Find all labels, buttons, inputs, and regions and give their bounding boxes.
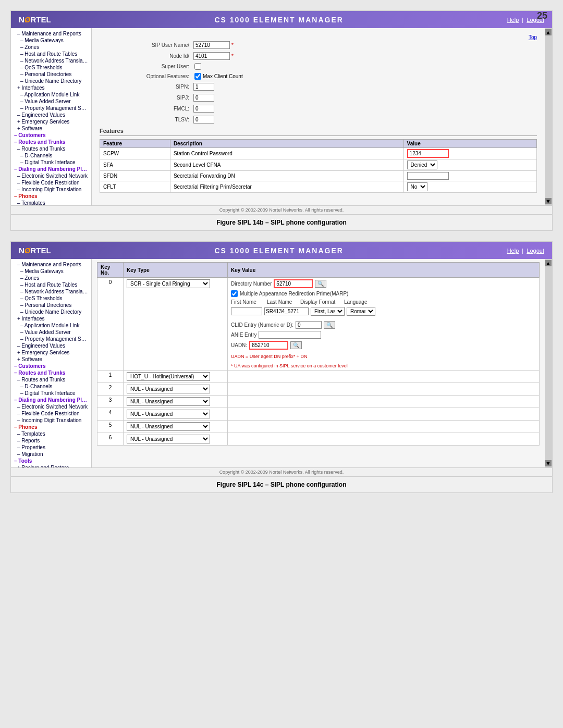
key-type-4: NUL - Unassigned [124,408,228,421]
sidebar-item[interactable]: – Media Gateways [11,37,91,44]
sidebar-item[interactable]: – Flexible Code Restriction [11,410,91,417]
sidebar-item[interactable]: – Maintenance and Reports [11,30,91,37]
cflt-value-select[interactable]: No [407,182,427,191]
sidebar-item[interactable]: – QoS Thresholds [11,295,91,302]
display-format-select[interactable]: First, Last [311,307,345,316]
dir-number-search-btn[interactable]: 🔍 [315,280,326,288]
sidebar-item[interactable]: – Property Management System [11,336,91,342]
sidebar-item[interactable]: – Unicode Name Directory [11,78,91,84]
language-select[interactable]: Roman [347,307,375,316]
tlsv-label: TLSV: [100,117,193,122]
sidebar-item-tools2[interactable]: – Tools [11,458,91,464]
uadn-input[interactable] [249,341,288,350]
sidebar-item[interactable]: – Incoming Digit Translation [11,186,91,193]
sidebar-item[interactable]: – D-Channels [11,152,91,159]
sidebar-item[interactable]: – Flexible Code Restriction [11,179,91,186]
fmcl-input[interactable] [193,105,214,113]
anie-input[interactable] [259,331,321,339]
figure1-help-link[interactable]: Help [507,17,519,23]
sidebar-item[interactable]: + Software [11,125,91,132]
figure2-scrollbar[interactable]: ▲ ▼ [545,259,552,467]
sidebar-item[interactable]: + Interfaces [11,315,91,322]
sidebar-item[interactable]: – Maintenance and Reports [11,261,91,268]
first-name-input[interactable] [231,307,262,315]
sipj-input[interactable] [193,94,214,102]
sidebar-item-dialing[interactable]: – Dialing and Numbering Plans [11,166,91,172]
clid-search-btn[interactable]: 🔍 [324,321,335,329]
sidebar-item[interactable]: – Templates [11,200,91,205]
sfdn-value-input[interactable] [407,172,449,180]
sidebar-item[interactable]: – Migration [11,451,91,458]
tlsv-input[interactable] [193,116,214,124]
sidebar-item[interactable]: – Routes and Trunks [11,145,91,152]
uadn-note2: * UA was configured in SIPL service on a… [231,363,536,368]
clid-input[interactable] [296,321,322,329]
last-name-input[interactable] [264,307,309,315]
sidebar-item[interactable]: – Personal Directories [11,302,91,309]
sidebar-item[interactable]: – Engineered Values [11,112,91,118]
sidebar-item[interactable]: – Host and Route Tables [11,281,91,288]
sidebar-item[interactable]: – Application Module Link [11,91,91,98]
sidebar-item[interactable]: – Host and Route Tables [11,51,91,57]
sidebar-item[interactable]: – Incoming Digit Translation [11,417,91,424]
sidebar-item[interactable]: + Emergency Services [11,349,91,356]
key-type-select-1[interactable]: HOT_U - Hotline(Universal) [127,372,210,381]
sidebar-item[interactable]: – Reports [11,437,91,444]
sidebar-item-dialing2[interactable]: – Dialing and Numbering Plans [11,397,91,403]
key-no-2: 2 [97,383,124,396]
sidebar-item-customers[interactable]: – Customers [11,132,91,139]
sidebar-item[interactable]: – Electronic Switched Network [11,172,91,179]
sidebar-item[interactable]: – Unicode Name Directory [11,309,91,315]
sidebar-item[interactable]: – Value Added Server [11,329,91,336]
sidebar-item[interactable]: – Zones [11,44,91,51]
sidebar-item[interactable]: + Backup and Restore [11,464,91,467]
sidebar-item[interactable]: – Value Added Server [11,98,91,105]
key-type-select-6[interactable]: NUL - Unassigned [127,435,210,443]
scpw-value-input[interactable] [407,149,449,158]
super-user-checkbox[interactable] [194,63,201,70]
uadn-search-btn[interactable]: 🔍 [290,341,302,349]
figure1-scrollbar[interactable]: ▲ ▼ [545,28,552,205]
sidebar-item[interactable]: – Routes and Trunks [11,376,91,383]
sidebar-item[interactable]: – QoS Thresholds [11,64,91,71]
sidebar-item-routes-trunks[interactable]: – Routes and Trunks [11,139,91,145]
sipn-input[interactable] [193,83,214,91]
sidebar-item-routes2[interactable]: – Routes and Trunks [11,369,91,376]
key-type-select-4[interactable]: NUL - Unassigned [127,410,210,418]
sidebar-item[interactable]: – Electronic Switched Network [11,403,91,410]
sidebar-item[interactable]: – Personal Directories [11,71,91,78]
sidebar-item-phones[interactable]: – Phones [11,193,91,200]
sidebar-item[interactable]: – Digital Trunk Interface [11,390,91,397]
sip-user-name-input[interactable] [193,41,230,49]
sidebar-item[interactable]: + Software [11,356,91,363]
sidebar-item[interactable]: – Network Address Translation [11,288,91,295]
sidebar-item[interactable]: – Property Management System [11,105,91,112]
key-type-select-5[interactable]: NUL - Unassigned [127,422,210,431]
sidebar-item[interactable]: – Templates [11,430,91,437]
sidebar-item[interactable]: – Engineered Values [11,342,91,349]
figure2-main: Key No. Key Type Key Value 0 SCR - Singl… [92,259,545,467]
sidebar-item[interactable]: – Media Gateways [11,268,91,275]
sidebar-item-phones2[interactable]: – Phones [11,424,91,430]
sidebar-item[interactable]: – Properties [11,444,91,451]
sidebar-item-customers2[interactable]: – Customers [11,363,91,369]
sidebar-item[interactable]: – D-Channels [11,383,91,390]
sidebar-item[interactable]: – Network Address Translation [11,57,91,64]
dir-number-input[interactable] [274,279,313,288]
key-row-2: 2 NUL - Unassigned [97,383,540,396]
key-type-select-0[interactable]: SCR - Single Call Ringing [127,279,210,288]
key-type-select-3[interactable]: NUL - Unassigned [127,397,210,406]
figure2-help-link[interactable]: Help [507,248,519,254]
top-link[interactable]: Top [529,33,537,41]
figure2-logout-link[interactable]: Logout [527,248,544,254]
marp-checkbox[interactable] [231,290,238,297]
max-client-count-checkbox[interactable] [194,73,201,80]
sidebar-item[interactable]: + Emergency Services [11,118,91,125]
sidebar-item[interactable]: + Interfaces [11,84,91,91]
sfa-value-select[interactable]: Denied [407,161,437,169]
sidebar-item[interactable]: – Zones [11,275,91,281]
node-id-input[interactable] [193,52,230,60]
key-type-select-2[interactable]: NUL - Unassigned [127,385,210,393]
sidebar-item[interactable]: – Digital Trunk Interface [11,159,91,166]
sidebar-item[interactable]: – Application Module Link [11,322,91,329]
